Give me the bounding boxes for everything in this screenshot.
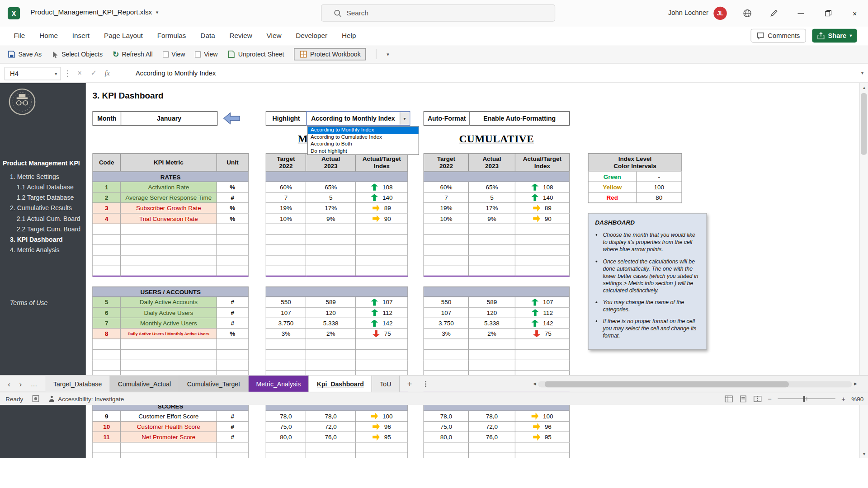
autoformat-value-cell[interactable]: Enable Auto-Formatting [469, 111, 570, 126]
cell[interactable]: 2 [92, 192, 120, 203]
cell[interactable]: USERS / ACCOUNTS [92, 286, 248, 297]
cell[interactable]: 89 [515, 203, 570, 213]
sidebar-terms-of-use[interactable]: Terms of Use [10, 299, 47, 306]
cell[interactable]: 142 [356, 318, 408, 328]
cell[interactable]: Net Promoter Score [121, 432, 217, 442]
cell[interactable] [306, 443, 356, 453]
cell[interactable]: Monthly Active Users [121, 318, 217, 328]
cell[interactable]: 9% [469, 214, 515, 224]
dropdown-option[interactable]: According to Cumulative Index [308, 134, 419, 141]
cell[interactable] [424, 266, 469, 277]
cell[interactable]: 589 [469, 297, 515, 308]
cell[interactable] [515, 266, 570, 277]
menu-file[interactable]: File [7, 27, 33, 46]
zoom-level[interactable]: %90 [851, 395, 863, 402]
cell[interactable] [469, 443, 515, 453]
cell[interactable] [92, 443, 120, 453]
cell[interactable]: 17% [469, 203, 515, 213]
sidebar-item[interactable]: 1.1 Actual Database [0, 182, 86, 192]
cell[interactable]: 89 [356, 203, 408, 213]
macro-record-icon[interactable] [32, 395, 39, 402]
cell[interactable]: 120 [469, 308, 515, 318]
cell[interactable] [266, 453, 306, 458]
cell[interactable]: 112 [356, 308, 408, 318]
cell[interactable] [469, 256, 515, 266]
dropdown-option[interactable]: Do not highlight [308, 147, 419, 154]
minimize-button[interactable] [795, 8, 806, 19]
cell[interactable] [424, 172, 570, 182]
cell[interactable] [469, 245, 515, 255]
cell[interactable]: 120 [306, 308, 356, 318]
globe-icon[interactable] [743, 9, 752, 18]
cell[interactable]: 6 [92, 308, 120, 318]
checkbox-icon[interactable] [195, 51, 201, 57]
cell[interactable] [424, 453, 469, 458]
cell[interactable] [121, 224, 217, 235]
cell[interactable] [469, 350, 515, 360]
cell[interactable]: 142 [515, 318, 570, 328]
cell[interactable]: 5.338 [469, 318, 515, 328]
cell[interactable]: Target 2022 [266, 153, 306, 171]
cell[interactable] [469, 235, 515, 245]
cell[interactable]: 1 [92, 182, 120, 192]
cell[interactable] [424, 286, 570, 297]
cell[interactable]: 3.750 [424, 318, 469, 328]
menu-page-layout[interactable]: Page Layout [97, 27, 150, 46]
cell[interactable]: Actual 2023 [306, 153, 356, 171]
cell[interactable] [306, 360, 356, 371]
cell[interactable] [92, 256, 120, 266]
cell[interactable] [306, 350, 356, 360]
user-name[interactable]: John Lochner [668, 9, 708, 17]
prev-sheet-button[interactable]: ‹ [8, 379, 10, 388]
cell[interactable]: 90 [356, 214, 408, 224]
cell[interactable] [217, 350, 249, 360]
cell[interactable]: 10% [266, 214, 306, 224]
cell[interactable] [266, 339, 306, 350]
cell[interactable] [515, 453, 570, 458]
sidebar-item[interactable]: 2.1 Actual Cum. Board [0, 214, 86, 224]
cell[interactable] [266, 350, 306, 360]
cell[interactable]: 78,0 [306, 411, 356, 422]
cell[interactable]: 107 [356, 297, 408, 308]
cell[interactable] [306, 235, 356, 245]
cell[interactable] [469, 266, 515, 277]
cell[interactable] [306, 256, 356, 266]
cell[interactable] [121, 339, 217, 350]
enter-icon[interactable]: ✓ [91, 69, 97, 77]
menu-review[interactable]: Review [222, 27, 259, 46]
cell[interactable]: 76,0 [306, 432, 356, 442]
autoformat-label-cell[interactable]: Auto-Format [424, 111, 470, 126]
comments-button[interactable]: Comments [750, 29, 806, 43]
cell[interactable] [266, 286, 408, 297]
cell[interactable]: 100 [637, 182, 682, 192]
cell[interactable]: % [217, 328, 249, 339]
all-sheets-button[interactable]: … [31, 380, 38, 388]
cell[interactable]: 5 [306, 192, 356, 203]
cell[interactable]: 9 [92, 411, 120, 422]
scroll-down-icon[interactable]: ▼ [860, 449, 868, 458]
cell[interactable] [306, 453, 356, 458]
horizontal-scrollbar-track[interactable] [538, 381, 852, 387]
cell[interactable] [424, 256, 469, 266]
cell[interactable] [121, 266, 217, 277]
menu-help[interactable]: Help [335, 27, 363, 46]
zoom-in-button[interactable]: + [841, 395, 845, 403]
cell[interactable]: # [217, 422, 249, 432]
cell[interactable]: Daily Active Users [121, 308, 217, 318]
cell[interactable] [266, 443, 306, 453]
new-sheet-button[interactable]: + [400, 375, 420, 392]
menu-view[interactable]: View [259, 27, 289, 46]
sidebar-item[interactable]: 2. Cumulative Results [0, 203, 86, 213]
checkbox-icon[interactable] [163, 51, 169, 57]
cell[interactable] [356, 350, 408, 360]
cell[interactable]: # [217, 308, 249, 318]
cell[interactable]: 80 [637, 192, 682, 203]
sidebar-item[interactable]: 3. KPI Dashboard [0, 235, 86, 245]
cell[interactable]: 80,0 [266, 432, 306, 442]
cell[interactable] [121, 453, 217, 458]
cell[interactable]: % [217, 214, 249, 224]
cell[interactable]: 589 [306, 297, 356, 308]
close-button[interactable]: × [849, 8, 860, 19]
cell[interactable]: 140 [515, 192, 570, 203]
refresh-all-button[interactable]: ↻ Refresh All [113, 50, 153, 59]
